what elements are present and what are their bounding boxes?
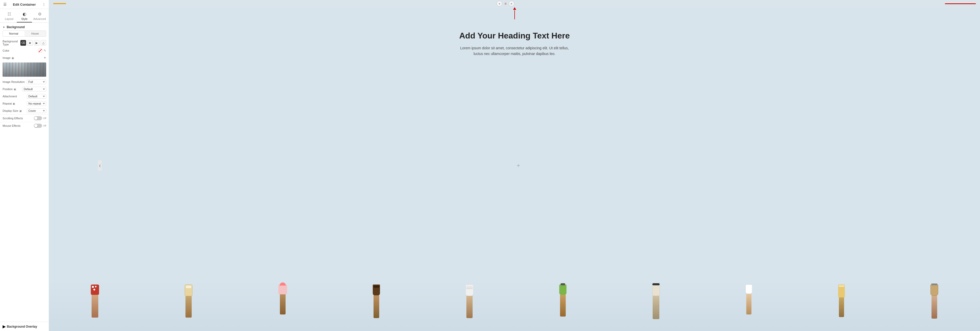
- mouse-effects-label: Mouse Effects: [3, 124, 34, 127]
- color-edit-icon[interactable]: ✎: [44, 49, 46, 53]
- overlay-chevron-icon: ▶: [3, 324, 6, 329]
- layout-icon: ☷: [8, 12, 11, 16]
- tab-style[interactable]: ◐ Style: [17, 9, 32, 22]
- cup-hand-5: [466, 285, 473, 331]
- topbar-right-icons: ⋮: [41, 2, 46, 7]
- cup-hand-9: [838, 285, 845, 331]
- panel-tabs: ☷ Layout ◐ Style ⚙ Advanced: [0, 9, 49, 23]
- tab-layout-label: Layout: [5, 17, 13, 21]
- bg-type-none-btn[interactable]: ⌫: [21, 40, 26, 46]
- image-resolution-row: Image Resolution Full Large Medium Thumb…: [0, 78, 49, 85]
- image-label: Image ▣: [3, 56, 44, 59]
- tab-advanced-label: Advanced: [33, 17, 46, 21]
- image-controls: ✦: [44, 56, 46, 60]
- image-dynamic-icon[interactable]: ✦: [44, 56, 46, 60]
- canvas-topbar: + ≡ ×: [49, 0, 980, 7]
- display-size-row: Display Size ▣ Cover Contain Auto Custom: [0, 107, 49, 114]
- red-accent-bar: [945, 3, 976, 4]
- scrolling-effects-off: Off: [43, 117, 46, 120]
- mouse-effects-row: Mouse Effects Off: [0, 122, 49, 130]
- background-type-row: Background Type ⌫ ■ ▶ △: [0, 39, 49, 47]
- topbar-left-icons: ☰: [3, 2, 7, 7]
- display-size-label: Display Size ▣: [3, 109, 27, 112]
- panel-collapse-btn[interactable]: ❮: [98, 160, 102, 171]
- repeat-row: Repeat ▣ No-repeat Repeat Repeat-x Repea…: [0, 100, 49, 107]
- scrolling-effects-label: Scrolling Effects: [3, 117, 34, 120]
- repeat-select[interactable]: No-repeat Repeat Repeat-x Repeat-y: [27, 101, 46, 106]
- grid-icon[interactable]: ⋮: [41, 2, 46, 7]
- canvas-red-arrow: [513, 7, 516, 19]
- background-type-controls: ⌫ ■ ▶ △: [21, 40, 46, 46]
- add-element-btn[interactable]: +: [496, 1, 502, 6]
- image-row: Image ▣ ✦: [0, 54, 49, 61]
- cups-row: [49, 285, 980, 331]
- image-preview-container: [0, 61, 49, 78]
- repeat-monitor-icon: ▣: [13, 102, 15, 105]
- cup-hand-4: [373, 285, 380, 331]
- monitor-icon: ▣: [12, 56, 14, 59]
- attachment-label: Attachment: [3, 95, 27, 98]
- color-row: Color ✎: [0, 47, 49, 54]
- advanced-icon: ⚙: [38, 12, 41, 16]
- mouse-effects-knob: [34, 124, 37, 127]
- main-canvas: + ≡ × Add Your Heading Text Here Lorem i…: [49, 0, 980, 331]
- normal-hover-toggle: Normal Hover: [3, 30, 46, 37]
- position-monitor-icon: ▣: [14, 88, 16, 91]
- canvas-bottom-cups: [49, 279, 980, 331]
- color-label: Color: [3, 49, 38, 52]
- cup-hand-3: [278, 285, 287, 331]
- canvas-heading: Add Your Heading Text Here: [459, 31, 570, 40]
- scrolling-effects-knob: [34, 117, 37, 120]
- attachment-select[interactable]: Default Fixed Scroll: [27, 94, 46, 99]
- hover-toggle-btn[interactable]: Hover: [24, 31, 46, 37]
- display-size-monitor-icon: ▣: [19, 109, 22, 112]
- image-preview[interactable]: [3, 62, 46, 77]
- left-panel: ☰ Edit Container ⋮ ☷ Layout ◐ Style ⚙ Ad…: [0, 0, 49, 331]
- background-overlay-label: Background Overlay: [7, 325, 46, 328]
- normal-toggle-btn[interactable]: Normal: [3, 31, 24, 37]
- scrolling-effects-row: Scrolling Effects Off: [0, 114, 49, 122]
- drag-handle-icon[interactable]: ≡: [504, 2, 506, 6]
- image-resolution-label: Image Resolution: [3, 80, 27, 83]
- display-size-select[interactable]: Cover Contain Auto Custom: [27, 109, 46, 113]
- background-overlay-section[interactable]: ▶ Background Overlay: [0, 322, 49, 331]
- hamburger-icon[interactable]: ☰: [3, 2, 7, 7]
- cup-hand-1: [91, 285, 99, 331]
- orange-accent-bar: [53, 3, 66, 4]
- canvas-center-controls: + ≡ ×: [496, 1, 514, 6]
- scrolling-effects-toggle[interactable]: [34, 116, 42, 120]
- chevron-down-icon: ▼: [3, 26, 5, 29]
- cup-hand-10: [931, 285, 938, 331]
- color-swatch[interactable]: [38, 48, 43, 53]
- style-icon: ◐: [23, 12, 26, 16]
- background-type-label: Background Type: [3, 40, 21, 46]
- arrow-line: [514, 10, 515, 19]
- color-controls: ✎: [38, 48, 46, 53]
- tab-layout[interactable]: ☷ Layout: [2, 9, 17, 22]
- background-section-label: Background: [7, 25, 25, 29]
- repeat-label: Repeat ▣: [3, 102, 27, 105]
- tab-style-label: Style: [21, 17, 27, 21]
- preview-people: [3, 62, 46, 77]
- arrow-head: [513, 7, 516, 10]
- canvas-add-btn[interactable]: +: [515, 162, 522, 169]
- panel-topbar: ☰ Edit Container ⋮: [0, 0, 49, 9]
- panel-title: Edit Container: [13, 3, 36, 6]
- attachment-row: Attachment Default Fixed Scroll: [0, 93, 49, 100]
- bg-type-video-btn[interactable]: △: [40, 40, 46, 46]
- canvas-subtext: Lorem ipsum dolor sit amet, consectetur …: [457, 45, 573, 57]
- tab-advanced[interactable]: ⚙ Advanced: [32, 9, 47, 22]
- close-element-btn[interactable]: ×: [509, 1, 514, 6]
- background-section-header[interactable]: ▼ Background: [0, 23, 49, 30]
- image-resolution-select[interactable]: Full Large Medium Thumbnail: [27, 80, 46, 84]
- position-label: Position ▣: [3, 88, 22, 91]
- cup-hand-8: [746, 285, 752, 331]
- cup-hand-6: [559, 285, 566, 331]
- bg-type-image-btn[interactable]: ▶: [34, 40, 40, 46]
- cup-hand-7: [652, 285, 660, 331]
- mouse-effects-toggle[interactable]: [34, 124, 42, 128]
- cup-hand-2: [185, 285, 192, 331]
- bg-type-color-btn[interactable]: ■: [27, 40, 33, 46]
- position-select[interactable]: Default Top Left Top Center Center Cente…: [22, 87, 46, 91]
- position-row: Position ▣ Default Top Left Top Center C…: [0, 85, 49, 93]
